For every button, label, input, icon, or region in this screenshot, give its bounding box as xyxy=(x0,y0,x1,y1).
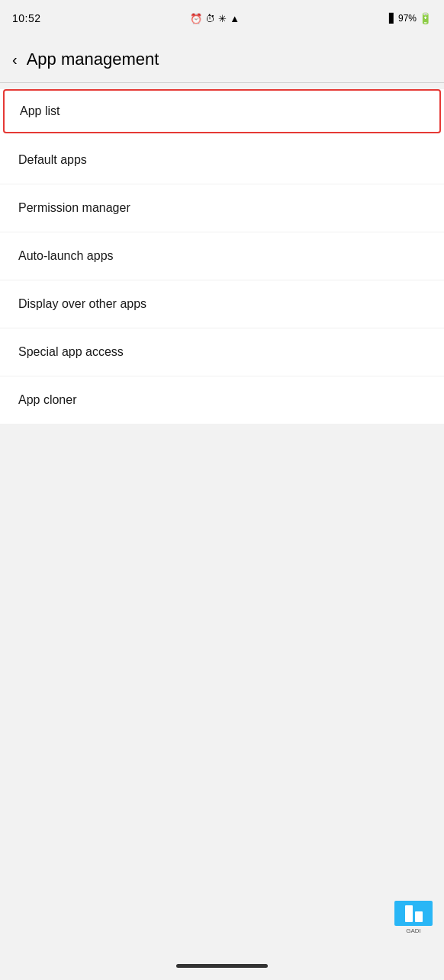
bluetooth-icon: ✳ xyxy=(218,13,227,24)
status-center-icons: ⏰ ⏱ ✳ ▲ xyxy=(190,13,240,24)
menu-item-app-cloner[interactable]: App cloner xyxy=(0,376,444,424)
logo-bar-right xyxy=(415,911,423,922)
wifi-icon: ▲ xyxy=(230,13,240,24)
status-time: 10:52 xyxy=(12,12,41,24)
menu-item-auto-launch-apps[interactable]: Auto-launch apps xyxy=(0,232,444,280)
status-bar: 10:52 ⏰ ⏱ ✳ ▲ ▋ 97% 🔋 xyxy=(0,0,444,37)
nav-indicator xyxy=(176,964,268,968)
watermark-text: GADI xyxy=(406,927,421,934)
menu-item-special-app-access[interactable]: Special app access xyxy=(0,328,444,376)
back-button[interactable]: ‹ xyxy=(12,51,18,69)
status-right-icons: ▋ 97% 🔋 xyxy=(389,12,432,24)
watermark-logo-inner xyxy=(405,905,423,922)
header-divider xyxy=(0,82,444,83)
battery-level: 97% xyxy=(398,13,417,24)
menu-item-app-list[interactable]: App list xyxy=(3,89,441,133)
watermark: GADI xyxy=(392,901,435,934)
menu-item-permission-manager[interactable]: Permission manager xyxy=(0,184,444,232)
header: ‹ App management xyxy=(0,37,444,82)
alarm-icon: ⏰ xyxy=(190,13,202,24)
menu-list: App listDefault appsPermission managerAu… xyxy=(0,89,444,424)
logo-bar-left xyxy=(405,905,413,922)
menu-item-default-apps[interactable]: Default apps xyxy=(0,136,444,184)
clock-icon: ⏱ xyxy=(205,13,215,24)
battery-icon: 🔋 xyxy=(419,12,432,24)
watermark-logo xyxy=(394,901,433,926)
menu-item-display-over-other-apps[interactable]: Display over other apps xyxy=(0,280,444,328)
signal-icon: ▋ xyxy=(389,13,396,24)
page-title: App management xyxy=(27,50,159,69)
